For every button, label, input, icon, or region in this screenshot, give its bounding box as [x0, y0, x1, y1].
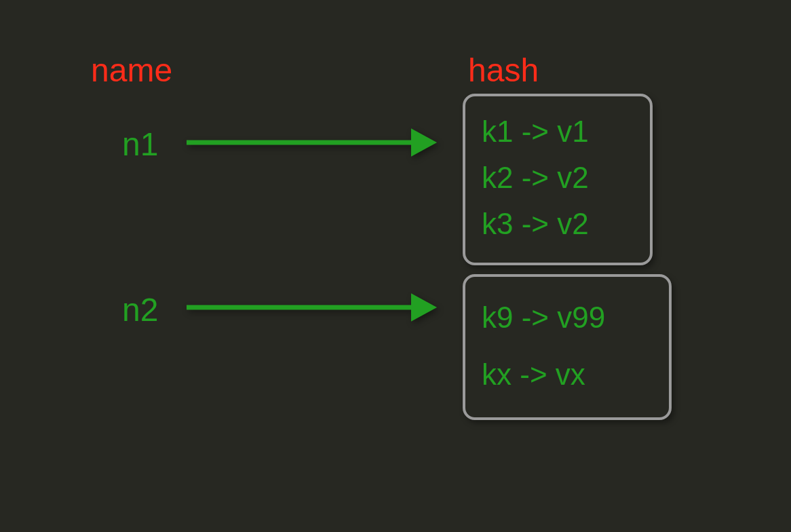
hash-column-header: hash	[468, 52, 539, 89]
hash-box-n1: k1 -> v1 k2 -> v2 k3 -> v2	[463, 94, 653, 265]
hash-entry: k1 -> v1	[482, 109, 634, 155]
arrow-icon	[180, 122, 455, 163]
name-n1: n1	[122, 126, 158, 163]
hash-box-n2: k9 -> v99 kx -> vx	[463, 274, 672, 420]
name-column-header: name	[91, 52, 172, 89]
hash-entry: kx -> vx	[482, 346, 653, 403]
name-n2: n2	[122, 291, 158, 328]
hash-entry: k9 -> v99	[482, 289, 653, 346]
hash-entry: k2 -> v2	[482, 155, 634, 201]
hash-entry: k3 -> v2	[482, 201, 634, 247]
arrow-icon	[180, 287, 455, 328]
